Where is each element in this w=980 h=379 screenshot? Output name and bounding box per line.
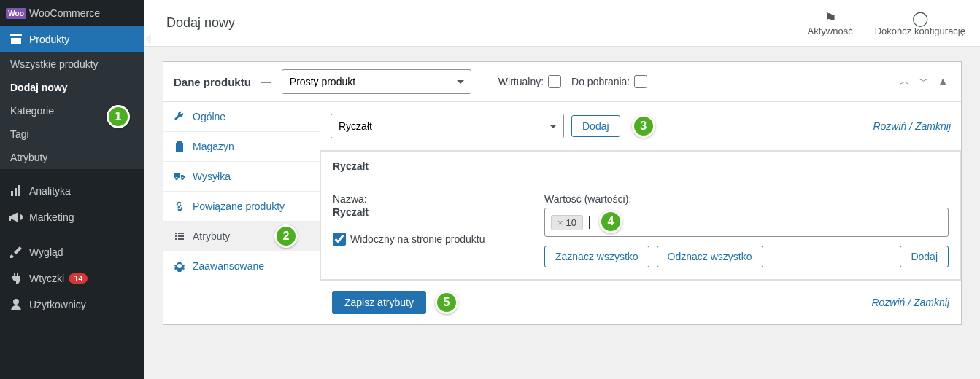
tag-text: 10	[566, 217, 576, 228]
panel-body: Ogólne Magazyn Wysyłka Powiązane produkt…	[163, 102, 961, 324]
tab-attributes[interactable]: Atrybuty 2	[163, 222, 320, 251]
annotation-badge-3: 3	[632, 114, 655, 138]
sidebar-label: Analityka	[29, 185, 71, 197]
dash: —	[261, 76, 271, 87]
activity-label: Aktywność	[808, 26, 853, 36]
virtual-checkbox-label[interactable]: Wirtualny:	[498, 75, 561, 88]
archive-icon	[9, 32, 23, 47]
attribute-right-col: Wartość (wartości): × 10 4	[544, 193, 949, 267]
sidebar-item-products[interactable]: Produkty	[0, 26, 144, 52]
user-icon	[9, 297, 23, 312]
sidebar-sub-add-new[interactable]: Dodaj nowy	[0, 76, 144, 99]
sidebar-label: Produkty	[29, 34, 69, 45]
tab-general[interactable]: Ogólne	[163, 102, 320, 132]
circle-icon: ◯	[912, 9, 928, 26]
sidebar-label: Marketing	[29, 211, 74, 223]
link-icon	[174, 200, 185, 212]
panel-title: Dane produktu	[174, 76, 251, 88]
tab-inventory[interactable]: Magazyn	[163, 132, 320, 162]
clipboard-icon	[174, 141, 185, 152]
tab-shipping[interactable]: Wysyłka	[163, 162, 320, 192]
product-data-tabs: Ogólne Magazyn Wysyłka Powiązane produkt…	[163, 102, 320, 324]
product-type-select[interactable]: Prosty produkt	[282, 69, 471, 94]
woocommerce-icon: Woo	[9, 6, 23, 20]
truck-icon	[174, 171, 185, 182]
visible-on-page-checkbox[interactable]	[333, 233, 346, 246]
flag-icon: ⚑	[824, 9, 837, 26]
sidebar-label: Wygląd	[29, 246, 63, 258]
save-attributes-button[interactable]: Zapisz atrybuty	[332, 291, 426, 314]
header-actions: ⚑ Aktywność ◯ Dokończ konfigurację	[808, 9, 965, 36]
top-header: Dodaj nowy ⚑ Aktywność ◯ Dokończ konfigu…	[144, 0, 980, 47]
plug-icon	[9, 271, 23, 286]
expand-collapse-link-bottom[interactable]: Rozwiń / Zamknij	[871, 297, 949, 308]
sidebar-item-appearance[interactable]: Wygląd	[0, 239, 144, 265]
value-tag[interactable]: × 10	[551, 215, 583, 230]
attribute-name-value: Ryczałt	[333, 206, 522, 218]
attribute-values-input[interactable]: × 10 4	[544, 208, 949, 237]
value-actions: Zaznacz wszystko Odznacz wszystko Dodaj	[544, 246, 949, 267]
expand-collapse-link-top[interactable]: Rozwiń / Zamknij	[873, 120, 951, 132]
remove-tag-icon[interactable]: ×	[557, 217, 563, 228]
sidebar-item-plugins[interactable]: Wtyczki 14	[0, 265, 144, 292]
sidebar-label: Użytkownicy	[29, 299, 86, 310]
content: Dane produktu — Prosty produkt Wirtualny…	[144, 47, 980, 340]
sidebar-item-users[interactable]: Użytkownicy	[0, 292, 144, 318]
panel-toggle-icon[interactable]: ▲	[935, 74, 951, 90]
sidebar-item-woocommerce[interactable]: Woo WooCommerce	[0, 0, 144, 26]
tab-advanced[interactable]: Zaawansowane	[163, 251, 320, 281]
annotation-badge-5: 5	[435, 291, 458, 314]
activity-button[interactable]: ⚑ Aktywność	[808, 9, 853, 36]
product-data-panel: Dane produktu — Prosty produkt Wirtualny…	[163, 61, 962, 325]
deselect-all-button[interactable]: Odznacz wszystko	[657, 246, 763, 267]
plugin-update-badge: 14	[69, 273, 88, 284]
attributes-tab-content: Ryczałt Dodaj 3 Rozwiń / Zamknij Ryczałt…	[320, 102, 961, 324]
visible-checkbox-label[interactable]: Widoczny na stronie produktu	[333, 233, 522, 246]
sidebar-item-marketing[interactable]: Marketing	[0, 204, 144, 230]
sidebar-label: WooCommerce	[29, 7, 100, 19]
divider	[485, 73, 485, 90]
annotation-badge-2: 2	[274, 224, 298, 248]
panel-collapse-controls: ︿ ﹀ ▲	[897, 74, 951, 90]
wrench-icon	[174, 111, 185, 122]
visible-label-text: Widoczny na stronie produktu	[350, 233, 485, 245]
text-cursor	[589, 216, 590, 229]
page-title: Dodaj nowy	[166, 15, 808, 31]
sidebar-label: Wtyczki	[29, 273, 64, 284]
attribute-left-col: Nazwa: Ryczałt Widoczny na stronie produ…	[333, 193, 522, 267]
annotation-badge-4: 4	[599, 210, 622, 233]
sidebar-item-analytics[interactable]: Analityka	[0, 178, 144, 204]
values-label: Wartość (wartości):	[544, 193, 949, 205]
megaphone-icon	[9, 210, 23, 224]
gear-icon	[174, 260, 185, 272]
finish-setup-button[interactable]: ◯ Dokończ konfigurację	[875, 9, 965, 36]
attribute-name-label: Nazwa:	[333, 193, 522, 205]
panel-up-icon[interactable]: ︿	[897, 74, 913, 90]
attributes-footer: Zapisz atrybuty 5 Rozwiń / Zamknij	[320, 280, 961, 324]
select-all-button[interactable]: Zaznacz wszystko	[544, 246, 649, 267]
admin-sidebar: Woo WooCommerce Produkty Wszystkie produ…	[0, 0, 144, 379]
product-type-select-wrap: Prosty produkt	[282, 69, 471, 94]
attribute-select[interactable]: Ryczałt	[331, 114, 564, 138]
add-value-button[interactable]: Dodaj	[900, 246, 949, 267]
downloadable-checkbox-label[interactable]: Do pobrania:	[571, 75, 647, 88]
panel-header: Dane produktu — Prosty produkt Wirtualny…	[163, 62, 961, 102]
chart-bar-icon	[9, 184, 23, 198]
attribute-box: Ryczałt Nazwa: Ryczałt Widoczny na stron…	[320, 151, 961, 280]
list-icon	[174, 230, 185, 242]
tab-linked-products[interactable]: Powiązane produkty	[163, 192, 320, 222]
downloadable-label: Do pobrania:	[571, 76, 630, 87]
sidebar-sub-attributes[interactable]: Atrybuty	[0, 146, 144, 169]
brush-icon	[9, 245, 23, 259]
main-area: Dodaj nowy ⚑ Aktywność ◯ Dokończ konfigu…	[144, 0, 980, 379]
attribute-box-title: Ryczałt	[321, 152, 960, 181]
virtual-checkbox[interactable]	[548, 75, 561, 88]
finish-label: Dokończ konfigurację	[875, 26, 965, 36]
sidebar-sub-all-products[interactable]: Wszystkie produkty	[0, 52, 144, 76]
attribute-select-wrap: Ryczałt	[331, 114, 564, 138]
annotation-badge-1: 1	[107, 105, 130, 128]
add-attribute-button[interactable]: Dodaj	[571, 115, 620, 137]
panel-down-icon[interactable]: ﹀	[916, 74, 932, 90]
downloadable-checkbox[interactable]	[634, 75, 647, 88]
virtual-label: Wirtualny:	[498, 76, 544, 87]
